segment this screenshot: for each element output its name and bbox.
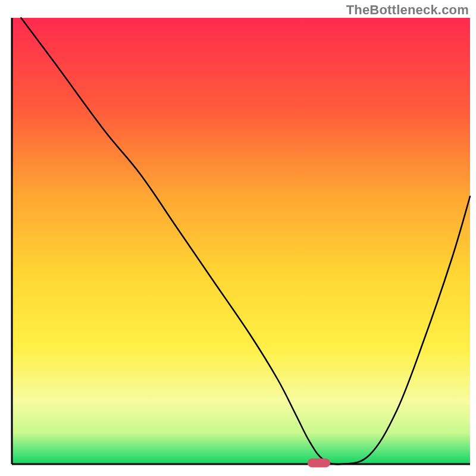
watermark-text: TheBottleneck.com	[346, 2, 469, 18]
optimal-marker	[308, 459, 331, 468]
plot-background	[12, 18, 470, 464]
bottleneck-chart: TheBottleneck.com	[0, 0, 476, 476]
chart-svg	[0, 0, 476, 476]
